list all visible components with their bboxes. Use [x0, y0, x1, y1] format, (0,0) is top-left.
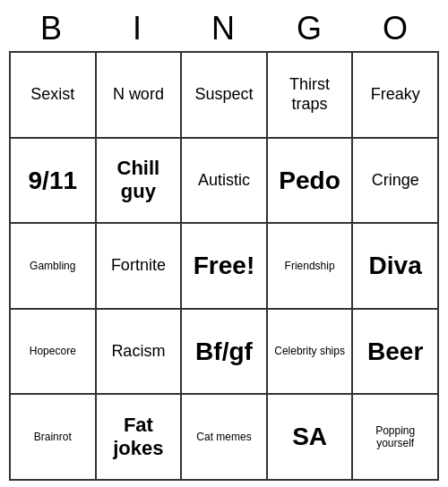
cell-text-24: Popping yourself: [357, 424, 434, 450]
bingo-cell: Suspect: [182, 53, 268, 139]
cell-text-6: Chill guy: [100, 157, 177, 204]
bingo-cell: Friendship: [268, 224, 354, 310]
cell-text-0: Sexist: [30, 85, 74, 105]
cell-text-5: 9/11: [29, 166, 78, 196]
cell-text-13: Friendship: [285, 260, 335, 272]
bingo-cell: Thirst traps: [268, 53, 354, 139]
bingo-cell: SA: [268, 395, 354, 481]
cell-text-16: Racism: [111, 342, 165, 362]
bingo-cell: Cat memes: [182, 395, 268, 481]
bingo-cell: Racism: [97, 310, 183, 396]
cell-text-14: Diva: [369, 251, 422, 281]
cell-text-17: Bf/gf: [195, 337, 253, 367]
cell-text-3: Thirst traps: [271, 75, 349, 114]
cell-text-4: Freaky: [371, 85, 420, 105]
bingo-cell: Brainrot: [11, 395, 97, 481]
bingo-grid: SexistN wordSuspectThirst trapsFreaky9/1…: [9, 51, 439, 481]
bingo-header: B I N G O: [9, 6, 439, 51]
bingo-cell: Sexist: [11, 53, 97, 139]
cell-text-2: Suspect: [194, 85, 253, 105]
cell-text-20: Brainrot: [34, 431, 72, 443]
bingo-cell: Freaky: [353, 53, 439, 139]
header-b: B: [13, 10, 91, 47]
cell-text-12: Free!: [194, 251, 254, 281]
cell-text-23: SA: [292, 422, 327, 452]
header-o: O: [357, 10, 435, 47]
bingo-cell: Free!: [182, 224, 268, 310]
bingo-cell: Fat jokes: [97, 395, 183, 481]
cell-text-15: Hopecore: [30, 345, 76, 357]
bingo-cell: Gambling: [11, 224, 97, 310]
bingo-card: B I N G O SexistN wordSuspectThirst trap…: [9, 6, 439, 481]
bingo-cell: Fortnite: [97, 224, 183, 310]
cell-text-22: Cat memes: [196, 431, 251, 443]
cell-text-19: Beer: [367, 337, 423, 367]
cell-text-21: Fat jokes: [100, 414, 177, 461]
bingo-cell: Beer: [353, 310, 439, 396]
bingo-cell: Celebrity ships: [268, 310, 354, 396]
cell-text-7: Autistic: [198, 171, 250, 191]
header-g: G: [271, 10, 349, 47]
bingo-cell: Bf/gf: [182, 310, 268, 396]
bingo-cell: Popping yourself: [353, 395, 439, 481]
bingo-cell: Diva: [353, 224, 439, 310]
cell-text-10: Gambling: [30, 260, 75, 272]
header-i: I: [99, 10, 177, 47]
bingo-cell: Cringe: [353, 139, 439, 225]
cell-text-9: Cringe: [372, 171, 419, 191]
bingo-cell: 9/11: [11, 139, 97, 225]
bingo-cell: N word: [97, 53, 183, 139]
bingo-cell: Hopecore: [11, 310, 97, 396]
cell-text-11: Fortnite: [111, 256, 166, 276]
bingo-cell: Chill guy: [97, 139, 183, 225]
header-n: N: [185, 10, 263, 47]
cell-text-8: Pedo: [279, 166, 340, 196]
bingo-cell: Autistic: [182, 139, 268, 225]
bingo-cell: Pedo: [268, 139, 354, 225]
cell-text-1: N word: [113, 85, 164, 105]
cell-text-18: Celebrity ships: [274, 345, 345, 357]
